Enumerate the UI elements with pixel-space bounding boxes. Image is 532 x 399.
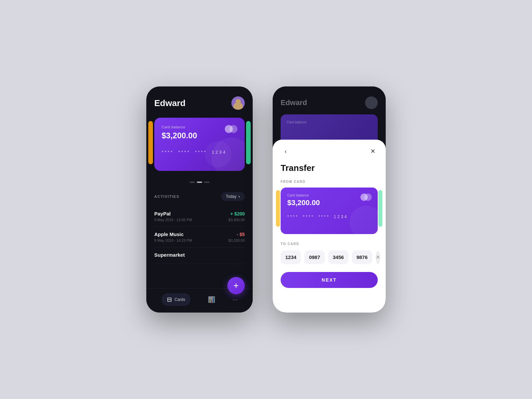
card-hint-right: [246, 121, 251, 164]
phone2-header: Edward: [281, 96, 378, 109]
modal-card-area: Card balance $3,200.00 **** **** **** 12…: [281, 188, 378, 234]
transaction-amount-applemusic: - $5: [237, 232, 245, 237]
nav-item-more[interactable]: ···: [232, 296, 237, 303]
card-number-p4: 1234: [212, 150, 227, 155]
close-icon: ✕: [370, 148, 375, 155]
phone2-username: Edward: [281, 98, 307, 107]
transaction-balance-paypal: $3,400.00: [228, 218, 245, 222]
filter-label: Today: [226, 194, 236, 199]
transaction-name-applemusic: Apple Music: [154, 231, 184, 237]
card-number-p2: ****: [178, 150, 190, 155]
filter-button[interactable]: Today ▾: [221, 192, 245, 201]
phone1-username: Edward: [154, 98, 186, 108]
transaction-amount-paypal: + $200: [230, 211, 245, 216]
modal-card-num-p1: ****: [287, 214, 299, 219]
modal-card-num-p2: ****: [303, 214, 315, 219]
activities-header: ACTIVITIES Today ▾: [154, 192, 245, 201]
next-button[interactable]: NEXT: [281, 272, 378, 288]
transaction-applemusic[interactable]: Apple Music - $5 9 May 2019 · 14:23 PM $…: [154, 227, 245, 247]
chevron-down-icon: ▾: [238, 195, 240, 199]
card-logo-left-circle: [225, 125, 233, 133]
modal-card-balance-amount: $3,200.00: [287, 199, 371, 207]
phone1-header: Edward: [154, 96, 245, 110]
more-icon: ···: [232, 296, 237, 303]
transaction-supermarket[interactable]: Supermarket: [154, 247, 245, 264]
transaction-name-supermarket: Supermarket: [154, 252, 185, 258]
stats-icon: 📊: [208, 296, 215, 303]
nav-item-cards[interactable]: ⊟ Cards: [162, 293, 191, 306]
modal-controls: ‹ ✕: [281, 146, 378, 156]
transaction-name-paypal: PayPal: [154, 211, 171, 216]
back-button[interactable]: ‹: [281, 146, 291, 156]
bg-card-label: Card balance: [287, 120, 372, 124]
from-card-label: FROM CARD: [281, 180, 378, 184]
dot-3[interactable]: [204, 182, 209, 183]
modal-card-num-p3: ****: [318, 214, 330, 219]
credit-card-main[interactable]: Card balance $3,200.00 **** **** **** 12…: [154, 118, 245, 171]
modal-credit-card[interactable]: Card balance $3,200.00 **** **** **** 12…: [281, 188, 378, 234]
phone1-avatar[interactable]: [231, 96, 245, 110]
plus-icon: +: [233, 281, 239, 290]
transfer-modal: ‹ ✕ Transfer FROM CARD Card balance $3,2…: [273, 140, 386, 313]
delete-icon: ✕: [376, 254, 380, 260]
cards-icon: ⊟: [167, 296, 172, 303]
modal-card-logo-left: [360, 194, 368, 201]
card-hint-left: [148, 121, 153, 164]
close-button[interactable]: ✕: [368, 146, 378, 156]
card-number: **** **** **** 1234: [162, 150, 237, 155]
modal-card-num-p4: 1234: [334, 214, 348, 219]
modal-card-number: **** **** **** 1234: [287, 214, 371, 219]
modal-card-logo: [360, 194, 372, 201]
nav-item-stats[interactable]: 📊: [208, 296, 215, 303]
fab-button[interactable]: +: [227, 277, 245, 294]
avatar-image: [231, 96, 245, 110]
transaction-date-applemusic: 9 May 2019 · 14:23 PM: [154, 238, 192, 242]
to-card-group-2[interactable]: 0987: [304, 250, 325, 264]
to-card-group-1[interactable]: 1234: [281, 250, 301, 264]
nav-label-cards: Cards: [175, 297, 185, 302]
phone1-card-area: Card balance $3,200.00 **** **** **** 12…: [154, 118, 245, 171]
card-number-p1: ****: [162, 150, 174, 155]
modal-card-hint-right: [378, 190, 382, 227]
card-logo: [225, 125, 237, 133]
modal-title: Transfer: [281, 163, 378, 173]
modal-card-hint-left: [276, 190, 280, 227]
dot-1[interactable]: [190, 182, 195, 183]
card-dots: [154, 182, 245, 183]
transaction-date-paypal: 9 May 2019 · 13:05 PM: [154, 218, 192, 222]
to-card-group-3[interactable]: 3456: [328, 250, 348, 264]
to-card-group-4[interactable]: 9876: [352, 250, 372, 264]
back-icon: ‹: [285, 148, 287, 155]
dot-2[interactable]: [197, 182, 202, 183]
activities-label: ACTIVITIES: [154, 195, 180, 199]
phone-1: Edward Card balance $3,200.00 **** **** …: [146, 86, 253, 313]
phone-2: Edward Card balance $3,200.00 ‹ ✕ Transf…: [273, 86, 386, 313]
to-card-number-row: 1234 0987 3456 9876 ✕: [281, 250, 378, 264]
to-card-label: TO CARD: [281, 242, 378, 246]
transaction-paypal[interactable]: PayPal + $200 9 May 2019 · 13:05 PM $3,4…: [154, 206, 245, 227]
delete-button[interactable]: ✕: [376, 251, 380, 264]
modal-card-balance-label: Card balance: [287, 194, 371, 197]
phone2-avatar: [365, 96, 378, 109]
card-number-p3: ****: [195, 150, 207, 155]
transaction-balance-applemusic: $3,200.00: [228, 238, 245, 242]
